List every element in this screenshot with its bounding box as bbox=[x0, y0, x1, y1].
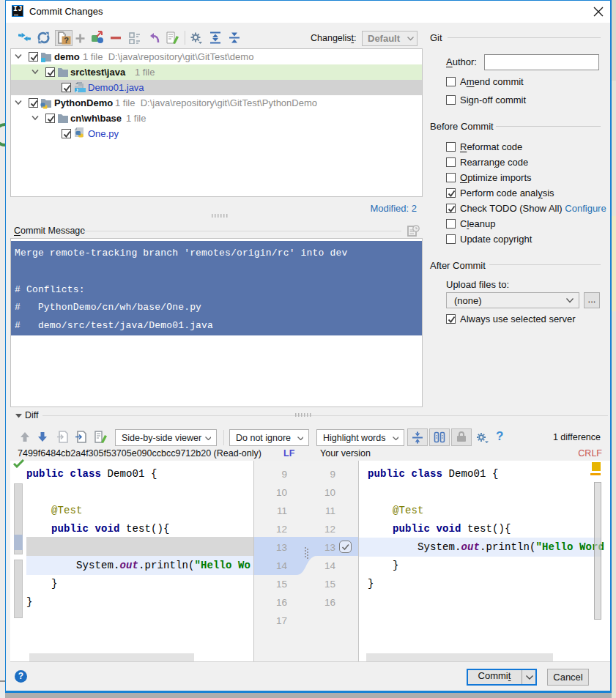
svg-text:?: ? bbox=[64, 36, 69, 45]
svg-text:J: J bbox=[75, 88, 78, 93]
